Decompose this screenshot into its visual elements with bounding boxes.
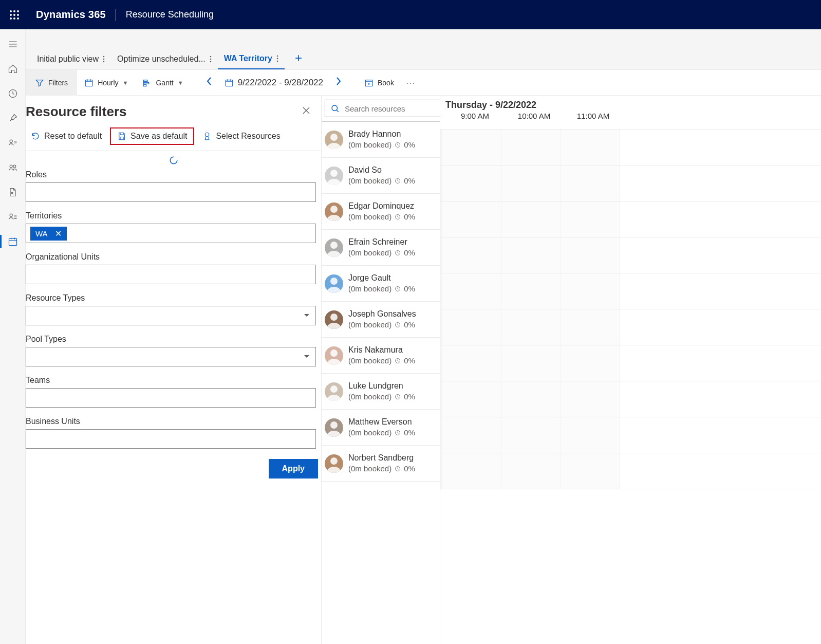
avatar	[325, 167, 343, 185]
pool-types-select[interactable]	[26, 347, 316, 366]
business-units-input[interactable]	[26, 429, 316, 449]
resource-item[interactable]: Kris Nakamura(0m booked)0%	[322, 338, 440, 374]
rail-menu-icon[interactable]	[0, 33, 26, 55]
org-units-label: Organizational Units	[26, 252, 316, 262]
svg-point-14	[10, 214, 12, 216]
svg-point-39	[330, 242, 338, 249]
svg-rect-28	[144, 84, 146, 86]
search-field[interactable]	[344, 104, 443, 114]
resource-name: Jorge Gault	[348, 273, 415, 284]
roles-input[interactable]	[26, 182, 316, 202]
apply-button[interactable]: Apply	[269, 459, 318, 479]
teams-label: Teams	[26, 376, 316, 385]
select-resources-button[interactable]: Select Resources	[197, 128, 285, 144]
schedule-row[interactable]	[440, 453, 821, 489]
schedule-row[interactable]	[440, 130, 821, 165]
loading-spinner-icon	[26, 156, 321, 165]
resource-booking: (0m booked)0%	[348, 320, 416, 330]
resource-item[interactable]: Efrain Schreiner(0m booked)0%	[322, 230, 440, 266]
teams-input[interactable]	[26, 388, 316, 408]
schedule-row[interactable]	[440, 417, 821, 453]
view-mode-label: Hourly	[98, 79, 118, 87]
roles-label: Roles	[26, 170, 316, 179]
svg-point-37	[330, 206, 338, 213]
tab-wa-territory[interactable]: WA Territory	[218, 50, 285, 69]
svg-point-5	[17, 14, 19, 16]
svg-point-8	[17, 17, 19, 20]
svg-point-12	[13, 165, 15, 168]
tab-optimize-unscheduled[interactable]: Optimize unscheduled...	[111, 50, 218, 69]
avatar	[325, 238, 343, 257]
resource-booking: (0m booked)0%	[348, 284, 415, 294]
resource-item[interactable]: Matthew Everson(0m booked)0%	[322, 410, 440, 446]
view-mode-selector[interactable]: Hourly ▼	[77, 70, 135, 96]
svg-rect-29	[226, 80, 233, 86]
rail-document-icon[interactable]	[0, 181, 26, 203]
rail-contact-list-icon[interactable]	[0, 132, 26, 154]
date-prev-button[interactable]	[201, 77, 217, 88]
clock-icon	[395, 142, 401, 148]
schedule-row[interactable]	[440, 165, 821, 201]
territories-input[interactable]: WA ✕	[26, 224, 316, 243]
tab-more-icon[interactable]	[210, 56, 212, 63]
schedule-row[interactable]	[440, 273, 821, 309]
schedule-row[interactable]	[440, 381, 821, 417]
remove-chip-icon[interactable]: ✕	[55, 229, 62, 238]
brand-title[interactable]: Dynamics 365	[27, 9, 115, 21]
schedule-row[interactable]	[440, 345, 821, 381]
svg-point-33	[330, 134, 338, 141]
reset-to-default-button[interactable]: Reset to default	[26, 128, 107, 144]
avatar	[325, 346, 343, 365]
rail-pin-icon[interactable]	[0, 107, 26, 129]
tab-more-icon[interactable]	[103, 56, 105, 63]
tab-add-button[interactable]: +	[285, 51, 312, 68]
rail-home-icon[interactable]	[0, 58, 26, 80]
book-button[interactable]: Book	[357, 70, 401, 96]
svg-point-22	[277, 56, 278, 57]
tab-label: Initial public view	[37, 54, 99, 64]
date-next-button[interactable]	[330, 77, 347, 88]
resource-item[interactable]: Brady Hannon(0m booked)0%	[322, 122, 440, 158]
app-launcher-icon[interactable]	[2, 0, 27, 29]
tab-more-icon[interactable]	[276, 55, 278, 62]
toolbar-more-icon[interactable]: ···	[401, 79, 421, 87]
resource-item[interactable]: David So(0m booked)0%	[322, 158, 440, 194]
layout-selector[interactable]: Gantt ▼	[135, 70, 190, 96]
resource-types-select[interactable]	[26, 306, 316, 325]
resource-item[interactable]: Norbert Sandberg(0m booked)0%	[322, 446, 440, 482]
toolbar: Filters Hourly ▼ Gantt ▼ 9/22/2022 - 9/2…	[26, 70, 821, 96]
resource-item[interactable]: Luke Lundgren(0m booked)0%	[322, 374, 440, 410]
search-input[interactable]	[325, 100, 449, 117]
svg-point-13	[11, 192, 12, 194]
avatar	[325, 310, 343, 329]
territory-chip: WA ✕	[30, 227, 67, 241]
rail-recent-icon[interactable]	[0, 83, 26, 104]
filter-panel: Resource filters Reset to default Save a…	[26, 96, 322, 644]
rail-list-check-icon[interactable]	[0, 206, 26, 228]
select-resources-label: Select Resources	[216, 132, 280, 141]
schedule-row[interactable]	[440, 201, 821, 237]
brand-subtitle[interactable]: Resource Scheduling	[116, 9, 224, 20]
filters-toggle[interactable]: Filters	[26, 70, 77, 96]
svg-point-1	[13, 10, 15, 12]
schedule-row[interactable]	[440, 237, 821, 273]
svg-point-10	[10, 140, 12, 142]
org-units-input[interactable]	[26, 265, 316, 284]
date-range-selector[interactable]: 9/22/2022 - 9/28/2022	[217, 70, 330, 96]
resource-name: Kris Nakamura	[348, 345, 415, 356]
schedule-row[interactable]	[440, 309, 821, 345]
rail-people-icon[interactable]	[0, 157, 26, 178]
clock-icon	[395, 322, 401, 328]
save-as-default-button[interactable]: Save as default	[110, 127, 194, 145]
resource-item[interactable]: Jorge Gault(0m booked)0%	[322, 266, 440, 302]
resource-item[interactable]: Joseph Gonsalves(0m booked)0%	[322, 302, 440, 338]
clock-icon	[395, 250, 401, 256]
avatar	[325, 382, 343, 401]
resource-item[interactable]: Edgar Dominquez(0m booked)0%	[322, 194, 440, 230]
rail-schedule-board-icon[interactable]	[0, 231, 26, 252]
svg-point-16	[103, 56, 105, 58]
schedule-day-label: Thursday - 9/22/2022	[445, 96, 821, 111]
close-icon[interactable]	[297, 103, 315, 120]
tab-initial-public-view[interactable]: Initial public view	[31, 50, 111, 69]
avatar	[325, 454, 343, 473]
